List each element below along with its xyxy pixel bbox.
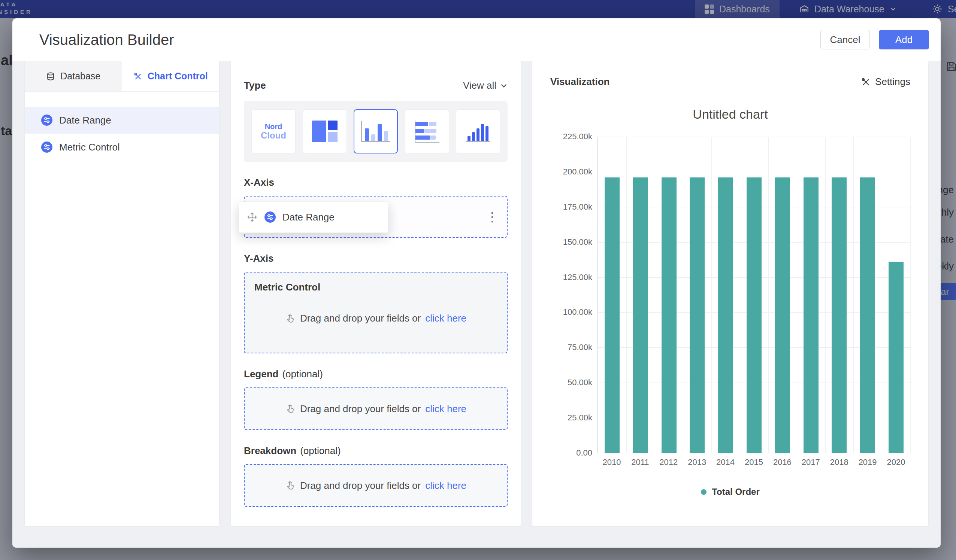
chart-type-horizontal-bar[interactable] (405, 109, 449, 154)
legend-heading: Legend (244, 369, 278, 380)
chart-settings-button[interactable]: Settings (861, 76, 910, 88)
bar-2010 (605, 177, 620, 453)
type-heading: Type (244, 80, 266, 91)
tools-icon (861, 77, 871, 87)
x-tick-label: 2017 (796, 457, 825, 467)
drag-hand-icon (285, 403, 296, 414)
y-tick-label: 150.00k (563, 237, 592, 247)
database-icon (46, 72, 55, 81)
fields-panel: Database Chart Control Date Range (25, 61, 219, 526)
y-tick-label: 200.00k (563, 167, 592, 177)
chart-settings-label: Settings (875, 76, 910, 88)
modal-title: Visualization Builder (39, 31, 174, 48)
y-tick-label: 75.00k (568, 342, 592, 352)
chart-type-strip: Nord Cloud (244, 101, 508, 162)
field-item-date-range[interactable]: Date Range (25, 107, 219, 133)
y-axis-labels: 225.00k200.00k175.00k150.00k125.00k100.0… (550, 136, 592, 453)
y-axis-dropzone[interactable]: Metric Control Drag and drop your fields… (244, 272, 508, 353)
bar-2019 (860, 177, 875, 453)
x-tick-label: 2018 (825, 457, 853, 467)
builder-panel: Type View all Nord Cloud (231, 61, 521, 526)
add-button[interactable]: Add (879, 30, 929, 49)
chart-area: 225.00k200.00k175.00k150.00k125.00k100.0… (550, 136, 910, 453)
y-tick-label: 125.00k (563, 273, 592, 282)
drop-text: Drag and drop your fields or (300, 312, 421, 324)
x-tick-label: 2015 (740, 457, 768, 467)
y-axis-heading: Y-Axis (244, 253, 274, 264)
bar-2011 (633, 177, 648, 453)
chart-type-wordcloud[interactable]: Nord Cloud (252, 109, 296, 154)
drop-text: Drag and drop your fields or (300, 403, 421, 415)
legend-dot (701, 489, 706, 495)
drop-text: Drag and drop your fields or (300, 480, 421, 491)
y-tick-label: 100.00k (563, 307, 592, 317)
move-icon (247, 212, 258, 223)
breakdown-dropzone[interactable]: Drag and drop your fields or click here (244, 464, 508, 507)
tab-chart-control[interactable]: Chart Control (122, 61, 220, 91)
chart-type-treemap[interactable] (303, 109, 347, 154)
drag-hand-icon (285, 313, 296, 324)
y-tick-label: 25.00k (568, 413, 592, 423)
y-tick-label: 0.00 (576, 448, 592, 458)
click-here-link[interactable]: click here (425, 480, 466, 491)
x-tick-label: 2013 (683, 457, 711, 467)
bar-2015 (747, 177, 762, 453)
x-axis-dropzone[interactable]: Date Range ⋮ (244, 196, 508, 238)
y-tick-label: 175.00k (563, 202, 592, 212)
legend-dropzone[interactable]: Drag and drop your fields or click here (244, 387, 508, 430)
field-item-metric-control[interactable]: Metric Control (25, 133, 219, 161)
tab-database[interactable]: Database (25, 61, 122, 91)
x-tick-label: 2010 (598, 457, 626, 467)
cancel-button[interactable]: Cancel (821, 30, 870, 49)
dragged-field-date-range[interactable]: Date Range (239, 201, 388, 233)
bar-2020 (888, 262, 904, 453)
bar-2018 (832, 177, 847, 453)
tools-icon (134, 72, 142, 81)
breakdown-heading: Breakdown (244, 445, 296, 457)
column-chart-icon (466, 121, 490, 142)
chart-title: Untitled chart (550, 107, 910, 122)
bar-2017 (803, 177, 819, 453)
breakdown-optional-label: (optional) (300, 445, 341, 457)
x-tick-label: 2016 (768, 457, 796, 467)
y-axis-placeholder-title: Metric Control (254, 281, 497, 293)
click-here-link[interactable]: click here (425, 403, 466, 415)
bar-2014 (718, 177, 733, 453)
y-tick-label: 225.00k (563, 132, 592, 141)
horizontal-bar-icon (415, 121, 439, 143)
modal-header: Visualization Builder Cancel Add (13, 18, 941, 61)
bars (598, 136, 910, 453)
chart-type-column[interactable] (456, 109, 500, 154)
x-tick-label: 2011 (626, 457, 654, 467)
view-all-label: View all (463, 80, 496, 91)
chart-legend[interactable]: Total Order (550, 486, 910, 497)
tab-database-label: Database (60, 71, 101, 82)
treemap-icon (312, 121, 338, 142)
x-tick-label: 2012 (654, 457, 683, 467)
kebab-menu-icon[interactable]: ⋮ (486, 210, 498, 223)
control-icon (41, 115, 52, 126)
x-tick-label: 2014 (711, 457, 740, 467)
click-here-link[interactable]: click here (425, 312, 466, 324)
left-tabs: Database Chart Control (25, 61, 219, 92)
field-list: Date Range Metric Control (25, 107, 219, 161)
chevron-down-icon (500, 82, 508, 89)
control-icon (41, 141, 52, 153)
plot-area (598, 136, 910, 453)
visualization-builder-modal: Visualization Builder Cancel Add Databas… (13, 18, 941, 547)
bar-2012 (662, 177, 676, 453)
tab-chart-control-label: Chart Control (148, 71, 208, 82)
legend-item-label: Total Order (712, 486, 760, 497)
view-all-button[interactable]: View all (463, 80, 508, 91)
y-tick-label: 50.00k (568, 378, 592, 387)
visualization-panel: Visualization Settings Untitled chart 22… (532, 61, 928, 526)
field-item-label: Date Range (59, 115, 111, 126)
bar-2016 (775, 177, 790, 453)
drag-hand-icon (285, 480, 296, 491)
wordcloud-icon: Nord Cloud (261, 122, 286, 140)
chart-type-bar-selected[interactable] (354, 109, 398, 154)
field-item-label: Metric Control (59, 141, 120, 153)
modal-body: Database Chart Control Date Range (13, 61, 941, 547)
dragged-field-label: Date Range (283, 212, 335, 223)
x-axis-labels: 2010201120122013201420152016201720182019… (598, 457, 910, 467)
